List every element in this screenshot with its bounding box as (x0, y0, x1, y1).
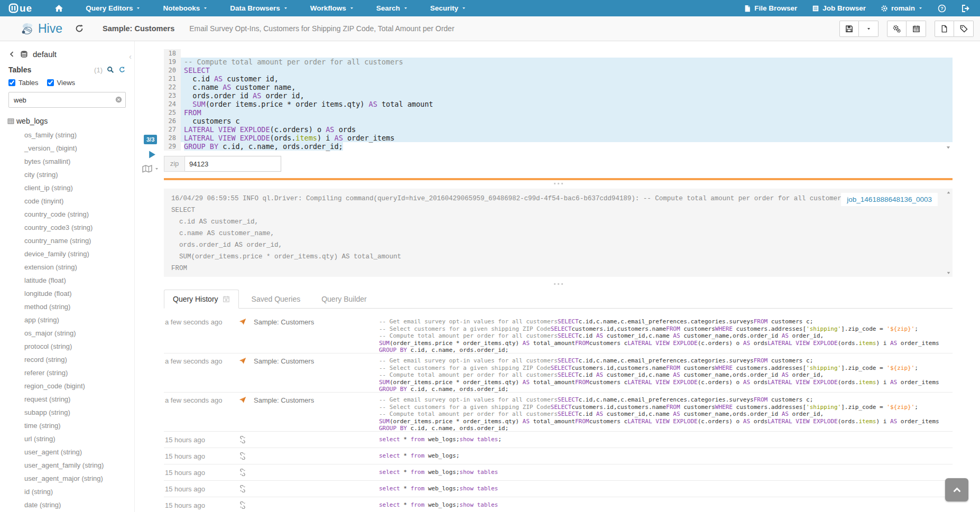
tags-button[interactable] (954, 21, 974, 37)
execute-button[interactable] (147, 150, 156, 159)
query-history-button[interactable] (75, 24, 84, 33)
nav-search[interactable]: Search (376, 4, 408, 12)
job-link[interactable]: job_1461888648136_0003 (847, 196, 932, 203)
column-item[interactable]: extension (string) (0, 260, 134, 274)
nav-security[interactable]: Security (430, 4, 466, 12)
history-sql-snippet[interactable]: select * from web_logs;show tables (379, 469, 953, 476)
column-item[interactable]: device_family (string) (0, 247, 134, 260)
code-line[interactable]: 28LATERAL VIEW EXPLODE(ords.items) i AS … (164, 134, 953, 142)
column-item[interactable]: referer (string) (0, 366, 134, 379)
hue-logo[interactable]: ue (8, 3, 32, 14)
log-scroll-up[interactable] (946, 190, 951, 195)
code-line[interactable]: 22 c.name AS customer_name, (164, 83, 953, 91)
history-row[interactable]: a few seconds agoSample: Customers-- Get… (164, 393, 953, 432)
history-sql-snippet[interactable]: -- Get email survey opt-in values for al… (379, 318, 953, 354)
nav-data-browsers[interactable]: Data Browsers (230, 4, 288, 12)
history-query-name[interactable]: Sample: Customers (254, 318, 379, 326)
column-item[interactable]: method (string) (0, 300, 134, 313)
minimap-button[interactable] (142, 165, 159, 173)
code-line[interactable]: 19-- Compute total amount per order for … (164, 58, 953, 66)
history-row[interactable]: 15 hours agoselect * from web_logs;show … (164, 432, 953, 448)
editor-scroll-down[interactable] (946, 145, 951, 150)
history-sql-snippet[interactable]: select * from web_logs;show tables; (379, 436, 953, 443)
tables-filter[interactable]: Tables (8, 79, 39, 87)
scroll-to-top-button[interactable] (945, 478, 968, 501)
history-sql-snippet[interactable]: -- Get email survey opt-in values for al… (379, 396, 953, 432)
refresh-icon[interactable] (118, 66, 126, 73)
tables-checkbox[interactable] (8, 79, 15, 86)
tab-query-builder[interactable]: Query Builder (313, 290, 375, 308)
column-item[interactable]: user_agent_major (string) (0, 472, 134, 485)
history-query-name[interactable]: Sample: Customers (254, 357, 379, 365)
tab-query-history[interactable]: Query History (164, 290, 239, 309)
save-button[interactable] (839, 21, 859, 37)
column-item[interactable]: subapp (string) (0, 406, 134, 419)
code-line[interactable]: 29GROUP BY c.id, c.name, ords.order_id; (164, 142, 953, 151)
history-query-name[interactable]: Sample: Customers (254, 396, 379, 404)
column-item[interactable]: code (tinyint) (0, 194, 134, 208)
column-item[interactable]: request (string) (0, 393, 134, 406)
nav-job-browser[interactable]: Job Browser (812, 4, 866, 12)
nav-home[interactable] (54, 4, 63, 13)
resize-grip-top[interactable] (164, 182, 953, 187)
column-item[interactable]: os_family (string) (0, 128, 134, 142)
history-row[interactable]: 15 hours agoselect * from web_logs;show … (164, 497, 953, 512)
settings-button[interactable] (887, 21, 907, 37)
column-item[interactable]: region_code (bigint) (0, 379, 134, 393)
history-sql-snippet[interactable]: -- Get email survey opt-in values for al… (379, 357, 953, 393)
column-item[interactable]: app (string) (0, 313, 134, 327)
code-line[interactable]: 20SELECT (164, 66, 953, 75)
column-item[interactable]: user_agent (string) (0, 445, 134, 459)
history-sql-snippet[interactable]: select * from web_logs; (379, 452, 953, 460)
new-query-button[interactable] (935, 21, 954, 37)
column-item[interactable]: _version_ (bigint) (0, 142, 134, 155)
log-scroll-down[interactable] (946, 271, 951, 275)
code-line[interactable]: 25FROM (164, 108, 953, 117)
column-item[interactable]: os_major (string) (0, 327, 134, 340)
code-line[interactable]: 23 ords.order_id AS order_id, (164, 91, 953, 100)
search-icon[interactable] (107, 66, 114, 73)
column-item[interactable]: longitude (float) (0, 287, 134, 300)
code-line[interactable]: 21 c.id AS customer_id, (164, 75, 953, 83)
nav-query-editors[interactable]: Query Editors (86, 4, 141, 12)
code-area[interactable]: 1819-- Compute total amount per order fo… (164, 49, 953, 151)
tab-saved-queries[interactable]: Saved Queries (243, 290, 309, 308)
nav-notebooks[interactable]: Notebooks (163, 4, 208, 12)
views-filter[interactable]: Views (47, 79, 75, 87)
code-line[interactable]: 26 customers c (164, 117, 953, 125)
history-sql-snippet[interactable]: select * from web_logs;show tables (379, 501, 953, 509)
schedule-button[interactable] (907, 21, 926, 37)
column-item[interactable]: bytes (smallint) (0, 155, 134, 168)
column-item[interactable]: time (string) (0, 419, 134, 432)
column-item[interactable]: country_code3 (string) (0, 221, 134, 234)
column-item[interactable]: protocol (string) (0, 340, 134, 353)
column-item[interactable]: city (string) (0, 168, 134, 181)
column-item[interactable]: date (string) (0, 498, 134, 511)
history-row[interactable]: 15 hours agoselect * from web_logs;show … (164, 481, 953, 497)
nav-user-menu[interactable]: romain (881, 4, 923, 12)
column-item[interactable]: user_agent_family (string) (0, 459, 134, 472)
resize-grip-bottom[interactable] (164, 282, 953, 287)
column-item[interactable]: url (string) (0, 432, 134, 445)
column-item[interactable]: id (string) (0, 485, 134, 498)
nav-logout[interactable] (961, 4, 969, 13)
code-line[interactable]: 18 (164, 49, 953, 58)
nav-help[interactable]: ? (938, 4, 946, 13)
table-search-input[interactable] (8, 92, 126, 108)
table-item-web-logs[interactable]: web_logs (7, 117, 134, 125)
column-item[interactable]: record (string) (0, 353, 134, 366)
nav-file-browser[interactable]: File Browser (744, 4, 797, 12)
document-title[interactable]: Sample: Customers (103, 24, 174, 33)
clear-search-icon[interactable] (115, 96, 122, 103)
history-row[interactable]: a few seconds agoSample: Customers-- Get… (164, 353, 953, 393)
panel-collapse-handle[interactable]: ‹ (129, 52, 132, 61)
history-row[interactable]: 15 hours agoselect * from web_logs; (164, 448, 953, 464)
variable-input[interactable] (185, 156, 281, 172)
column-item[interactable]: client_ip (string) (0, 181, 134, 194)
nav-workflows[interactable]: Workflows (310, 4, 354, 12)
code-line[interactable]: 24 SUM(order_items.price * order_items.q… (164, 100, 953, 108)
calendar-clear-icon[interactable] (223, 295, 230, 303)
views-checkbox[interactable] (47, 79, 54, 86)
back-icon[interactable] (8, 51, 15, 58)
column-item[interactable]: latitude (float) (0, 274, 134, 287)
